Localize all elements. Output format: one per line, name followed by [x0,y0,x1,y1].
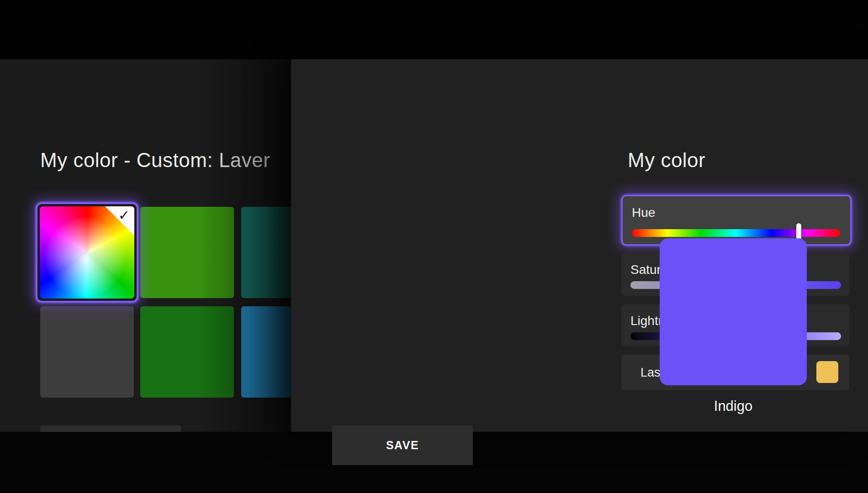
left-panel-title: My color - Custom: Laver [40,149,270,172]
my-color-grid-panel: My color - Custom: Laver ✓ SAVE [0,59,291,432]
left-save-button[interactable]: SAVE [40,425,181,432]
swatch-green[interactable] [140,207,234,298]
swatch-teal[interactable] [241,207,291,298]
xbox-color-settings-screen: My color - Custom: Laver ✓ SAVE My color… [0,0,868,493]
selected-swatch-ring: ✓ [36,202,138,303]
hue-track[interactable] [632,229,840,237]
color-preview-square [660,238,807,385]
swatch-custom-spectrum[interactable]: ✓ [40,206,134,299]
custom-color-dialog: My color Hue Saturation Lightness Last c… [291,59,868,432]
hue-label: Hue [632,205,655,220]
color-preview-name: Indigo [660,398,807,414]
dialog-save-button[interactable]: SAVE [332,425,473,465]
swatch-dark-green[interactable] [140,306,234,398]
last-custom-color-swatch[interactable] [816,361,838,383]
dialog-title: My color [628,149,705,172]
swatch-blue[interactable] [241,306,291,398]
check-icon: ✓ [118,207,130,223]
top-letterbox-bar [0,0,868,59]
swatch-dark-gray[interactable] [40,306,134,398]
selected-check-corner: ✓ [105,206,134,236]
